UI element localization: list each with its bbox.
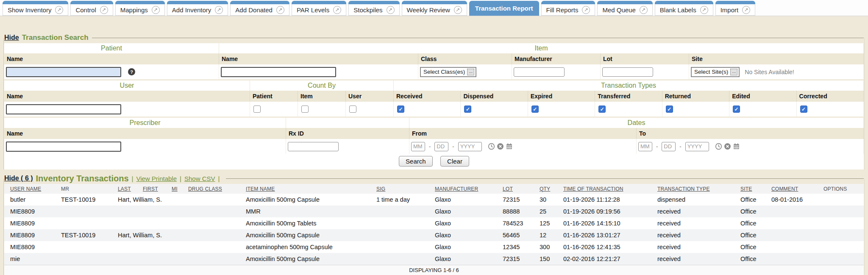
external-link-icon[interactable]: ↗ bbox=[276, 6, 284, 14]
column-header-manufacturer[interactable]: MANUFACTURER bbox=[429, 184, 497, 194]
tab-par-levels[interactable]: PAR Levels↗ bbox=[292, 1, 346, 16]
tab-control[interactable]: Control↗ bbox=[70, 1, 113, 16]
hide-search-link[interactable]: Hide bbox=[4, 34, 19, 42]
external-link-icon[interactable]: ↗ bbox=[582, 6, 590, 14]
column-header-label: SITE bbox=[740, 186, 752, 192]
clock-icon[interactable] bbox=[488, 143, 495, 150]
rx-id-input[interactable] bbox=[288, 142, 339, 151]
external-link-icon[interactable]: ↗ bbox=[100, 6, 108, 14]
tab-med-queue[interactable]: Med Queue↗ bbox=[597, 1, 652, 16]
tab-label: Add Donated bbox=[235, 6, 273, 14]
external-link-icon[interactable]: ↗ bbox=[333, 6, 341, 14]
column-header-lot[interactable]: LOT bbox=[497, 184, 534, 194]
tab-weekly-review[interactable]: Weekly Review↗ bbox=[402, 1, 467, 16]
tab-accent-bar bbox=[402, 1, 467, 4]
column-header-item-name[interactable]: ITEM NAME bbox=[240, 184, 370, 194]
external-link-icon[interactable]: ↗ bbox=[640, 6, 648, 14]
tab-import[interactable]: Import↗ bbox=[715, 1, 756, 16]
checkbox-corrected[interactable]: ✓ bbox=[800, 106, 807, 113]
from-year-input[interactable] bbox=[458, 142, 482, 151]
checkbox-patient[interactable] bbox=[253, 106, 261, 113]
column-header-comment[interactable]: COMMENT bbox=[765, 184, 818, 194]
checkbox-item[interactable] bbox=[301, 106, 309, 113]
to-day-input[interactable] bbox=[662, 142, 676, 151]
table-cell: Glaxo bbox=[429, 206, 497, 217]
hide-results-link[interactable]: Hide ( 6 ) bbox=[4, 175, 33, 182]
select-sites-button[interactable]: Select Site(s) ... bbox=[691, 67, 740, 77]
calendar-icon[interactable] bbox=[506, 143, 513, 150]
inventory-transactions-legend: Hide ( 6 ) Inventory Transactions | View… bbox=[3, 173, 865, 184]
help-icon[interactable]: ? bbox=[128, 68, 135, 75]
table-cell bbox=[112, 217, 137, 229]
external-link-icon[interactable]: ↗ bbox=[700, 6, 708, 14]
column-header-first[interactable]: FIRST bbox=[137, 184, 166, 194]
column-header-site[interactable]: SITE bbox=[734, 184, 765, 194]
table-cell bbox=[55, 253, 112, 265]
tab-add-inventory[interactable]: Add Inventory↗ bbox=[167, 1, 228, 16]
view-printable-link[interactable]: View Printable bbox=[136, 175, 177, 182]
external-link-icon[interactable]: ↗ bbox=[454, 6, 462, 14]
checkbox-expired[interactable]: ✓ bbox=[531, 106, 539, 113]
lot-input[interactable] bbox=[602, 67, 653, 77]
external-link-icon[interactable]: ↗ bbox=[55, 6, 63, 14]
tab-mappings[interactable]: Mappings↗ bbox=[115, 1, 165, 16]
ellipsis-button[interactable]: ... bbox=[467, 69, 474, 75]
tab-transaction-report[interactable]: Transaction Report bbox=[469, 1, 539, 16]
checkbox-cell-item bbox=[298, 102, 346, 117]
column-header-qty[interactable]: QTY bbox=[534, 184, 557, 194]
clear-date-icon[interactable] bbox=[497, 143, 504, 150]
show-csv-link[interactable]: Show CSV bbox=[184, 175, 215, 182]
manufacturer-input[interactable] bbox=[514, 67, 565, 77]
checkbox-cell-returned: ✓ bbox=[662, 102, 729, 117]
prescriber-name-input[interactable] bbox=[6, 142, 121, 152]
tab-stockpiles[interactable]: Stockpiles↗ bbox=[348, 1, 399, 16]
table-cell: Office bbox=[734, 217, 765, 229]
column-header-drug-class[interactable]: DRUG CLASS bbox=[182, 184, 240, 194]
checkbox-edited[interactable]: ✓ bbox=[733, 106, 740, 113]
external-link-icon[interactable]: ↗ bbox=[215, 6, 223, 14]
ellipsis-button[interactable]: ... bbox=[730, 69, 737, 75]
external-link-icon[interactable]: ↗ bbox=[387, 6, 395, 14]
checkbox-user[interactable] bbox=[349, 106, 356, 113]
checkbox-transferred[interactable]: ✓ bbox=[598, 106, 606, 113]
to-month-input[interactable] bbox=[638, 142, 652, 151]
tab-blank-labels[interactable]: Blank Labels↗ bbox=[655, 1, 713, 16]
date-separator: - bbox=[429, 143, 431, 150]
column-header-time-of-transaction[interactable]: TIME OF TRANSACTION bbox=[557, 184, 651, 194]
table-cell bbox=[137, 217, 166, 229]
to-date-icons bbox=[715, 143, 740, 150]
search-button[interactable]: Search bbox=[399, 156, 433, 167]
table-cell bbox=[182, 217, 240, 229]
select-classes-button[interactable]: Select Class(es) ... bbox=[420, 67, 476, 77]
tab-add-donated[interactable]: Add Donated↗ bbox=[230, 1, 289, 16]
tab-show-inventory[interactable]: Show Inventory↗ bbox=[3, 1, 68, 16]
user-name-input[interactable] bbox=[6, 104, 121, 114]
clock-icon[interactable] bbox=[715, 143, 722, 150]
from-month-input[interactable] bbox=[411, 142, 425, 151]
external-link-icon[interactable]: ↗ bbox=[742, 6, 750, 14]
checkbox-returned[interactable]: ✓ bbox=[666, 106, 673, 113]
transaction-search-panel: Hide Transaction Search Patient Item Nam… bbox=[3, 32, 865, 169]
from-day-input[interactable] bbox=[434, 142, 448, 151]
column-header-mi[interactable]: MI bbox=[166, 184, 182, 194]
tab-fill-reports[interactable]: Fill Reports↗ bbox=[541, 1, 595, 16]
user-name-cell bbox=[4, 102, 250, 117]
column-header-transaction-type[interactable]: TRANSACTION TYPE bbox=[651, 184, 734, 194]
label-lot: Lot bbox=[601, 53, 689, 64]
clear-date-icon[interactable] bbox=[724, 143, 731, 150]
to-year-input[interactable] bbox=[685, 142, 709, 151]
external-link-icon[interactable]: ↗ bbox=[152, 6, 160, 14]
table-cell: 01-16-2026 12:41:35 bbox=[557, 241, 651, 253]
table-cell: Amoxicillin 500mg Capsule bbox=[240, 194, 370, 206]
column-header-sig[interactable]: SIG bbox=[370, 184, 429, 194]
item-name-input[interactable] bbox=[221, 67, 336, 77]
patient-name-input[interactable] bbox=[6, 67, 121, 77]
table-cell: TEST-10019 bbox=[55, 229, 112, 241]
clear-button[interactable]: Clear bbox=[440, 156, 469, 167]
checkbox-received[interactable]: ✓ bbox=[397, 106, 404, 113]
column-header-user-name[interactable]: USER NAME bbox=[4, 184, 55, 194]
calendar-icon[interactable] bbox=[733, 143, 740, 150]
checkbox-dispensed[interactable]: ✓ bbox=[464, 106, 471, 113]
table-cell: 01-19-2026 09:19:56 bbox=[557, 206, 651, 217]
column-header-last[interactable]: LAST bbox=[112, 184, 137, 194]
